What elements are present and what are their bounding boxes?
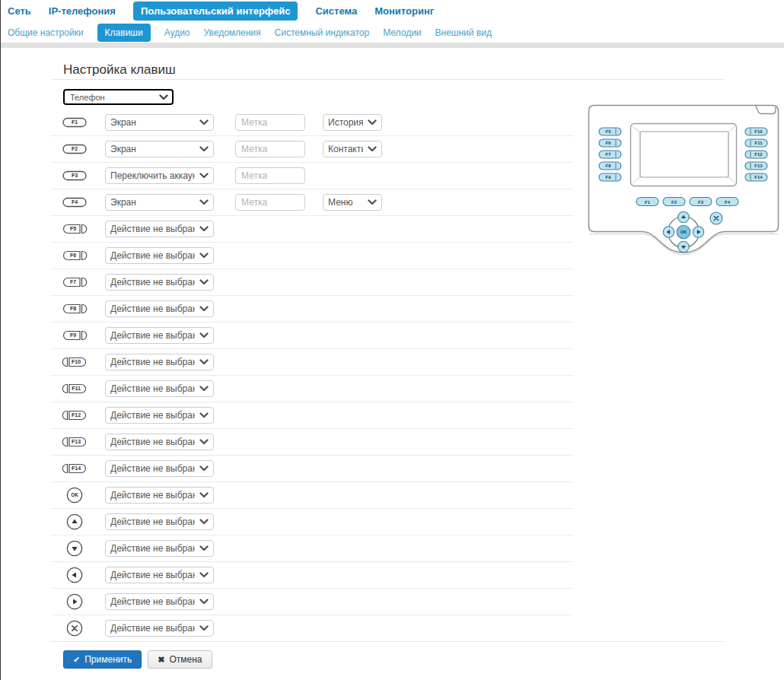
action-select-container: Действие не выбрано	[105, 380, 214, 397]
top-nav-item-ip-телефония[interactable]: IP-телефония	[49, 5, 116, 17]
top-nav-item-система[interactable]: Система	[315, 5, 357, 17]
action-select-F7[interactable]: Действие не выбрано	[105, 274, 214, 291]
phone-nav-down	[678, 241, 689, 252]
action-select-F14[interactable]: Действие не выбрано	[105, 460, 214, 477]
key-row-F11: F11Действие не выбрано	[51, 376, 573, 402]
label-input-F2[interactable]	[235, 141, 305, 157]
sub-nav-item-общие-настройки[interactable]: Общие настройки	[8, 27, 84, 38]
key-rows: F1ЭкранИсторияF2ЭкранКонтактыF3Переключи…	[51, 110, 573, 641]
action-select-F10[interactable]: Действие не выбрано	[105, 354, 214, 370]
phone-key-f2: F2	[663, 198, 685, 206]
action-select-container: Действие не выбрано	[105, 300, 214, 317]
action-select-F2[interactable]: Экран	[105, 141, 214, 157]
action-select-container: Действие не выбрано	[105, 354, 214, 370]
key-row-F2: F2ЭкранКонтакты	[51, 136, 573, 163]
phone-nav-ok: OK	[677, 225, 690, 239]
svg-text:OK: OK	[71, 492, 78, 497]
action-select-up[interactable]: Действие не выбрано	[105, 513, 214, 530]
action-select-left[interactable]: Действие не выбрано	[105, 567, 214, 583]
phone-nav-right	[693, 227, 703, 237]
action-select-F1[interactable]: Экран	[105, 114, 214, 131]
apply-button-label: Применить	[84, 654, 132, 665]
label-input-F1[interactable]	[235, 114, 305, 131]
action-select-ok[interactable]: Действие не выбрано	[105, 487, 214, 504]
key-icon-F2: F2	[62, 141, 105, 157]
phone-key-f12: F12	[745, 151, 767, 158]
sub-nav-item-клавиши[interactable]: Клавиши	[97, 24, 151, 42]
phone-key-f13: F13	[745, 162, 767, 170]
action-select-container: Действие не выбрано	[105, 513, 214, 530]
sub-nav-item-мелодии[interactable]: Мелодии	[383, 27, 421, 38]
svg-text:F13: F13	[754, 164, 763, 168]
key-icon-F7: F7	[62, 274, 105, 291]
mode-select-container: Телефон	[63, 89, 174, 105]
action-select-F4[interactable]: Экран	[105, 194, 214, 211]
cancel-button[interactable]: ✖ Отмена	[148, 650, 212, 669]
svg-text:F12: F12	[754, 152, 763, 157]
label-input-F3[interactable]	[235, 167, 305, 184]
key-row-F1: F1ЭкранИстория	[51, 110, 573, 136]
action-select-cancel[interactable]: Действие не выбрано	[105, 620, 214, 637]
label-input-F4[interactable]	[235, 194, 305, 211]
action-select-F3[interactable]: Переключить аккаунт	[105, 167, 214, 184]
action-select-F9[interactable]: Действие не выбрано	[105, 327, 214, 344]
action-select-container: Экран	[105, 141, 214, 157]
svg-text:F4: F4	[72, 199, 78, 205]
key-icon-F12: F12	[62, 407, 105, 424]
key-icon-F10: F10	[62, 354, 105, 370]
x-icon: ✖	[158, 656, 164, 664]
mode-select[interactable]: Телефон	[63, 89, 174, 105]
key-row-F13: F13Действие не выбрано	[51, 429, 573, 456]
svg-text:F3: F3	[698, 200, 704, 205]
action-select-container: Действие не выбрано	[105, 567, 214, 583]
svg-text:F3: F3	[72, 173, 78, 178]
phone-key-f1: F1	[636, 198, 658, 206]
phone-key-f4: F4	[716, 198, 738, 206]
action-select-F11[interactable]: Действие не выбрано	[105, 380, 214, 397]
key-icon-F8: F8	[62, 300, 105, 317]
action-select-F5[interactable]: Действие не выбрано	[105, 221, 214, 237]
action-select-container: Действие не выбрано	[105, 327, 214, 344]
key-icon-F4: F4	[62, 194, 105, 211]
screen-select-F4[interactable]: Меню	[323, 194, 382, 211]
phone-nav-left	[663, 227, 674, 237]
action-select-container: Действие не выбрано	[105, 620, 214, 637]
top-nav-item-пользовательский-интерфейс[interactable]: Пользовательский интерфейс	[133, 2, 298, 21]
top-nav-item-сеть[interactable]: Сеть	[8, 5, 31, 17]
svg-text:F2: F2	[671, 200, 677, 205]
screen-select-F2[interactable]: Контакты	[323, 141, 382, 157]
sub-nav-item-системный-индикатор[interactable]: Системный индикатор	[275, 27, 370, 38]
action-select-container: Действие не выбрано	[105, 593, 214, 610]
svg-text:F7: F7	[70, 279, 76, 284]
action-select-F8[interactable]: Действие не выбрано	[105, 300, 214, 317]
svg-text:F10: F10	[72, 359, 81, 364]
svg-text:F8: F8	[605, 164, 611, 168]
svg-text:F10: F10	[754, 129, 763, 134]
action-select-F6[interactable]: Действие не выбрано	[105, 247, 214, 264]
action-select-container: Экран	[105, 114, 214, 131]
apply-button[interactable]: ✔ Применить	[63, 650, 142, 669]
action-select-F12[interactable]: Действие не выбрано	[105, 407, 214, 424]
svg-text:F1: F1	[72, 119, 78, 125]
key-row-F7: F7Действие не выбрано	[51, 269, 573, 296]
phone-key-f7: F7	[599, 151, 621, 158]
action-select-container: Действие не выбрано	[105, 434, 214, 450]
screen-select-F1[interactable]: История	[323, 114, 382, 131]
phone-key-f5: F5	[599, 128, 621, 135]
key-icon-F6: F6	[62, 247, 105, 264]
sub-nav-item-уведомления[interactable]: Уведомления	[204, 27, 261, 38]
key-row-up: Действие не выбрано	[51, 509, 573, 535]
action-select-F13[interactable]: Действие не выбрано	[105, 434, 214, 450]
key-row-cancel: Действие не выбрано	[51, 615, 573, 641]
top-nav-item-мониторинг[interactable]: Мониторинг	[374, 5, 434, 17]
phone-key-f11: F11	[745, 139, 767, 147]
sub-nav-item-аудио[interactable]: Аудио	[164, 27, 190, 38]
action-select-down[interactable]: Действие не выбрано	[105, 540, 214, 557]
sub-nav-item-внешний-вид[interactable]: Внешний вид	[435, 27, 492, 38]
key-icon-down	[62, 540, 105, 557]
key-row-F3: F3Переключить аккаунт	[51, 163, 573, 189]
action-select-container: Действие не выбрано	[105, 487, 214, 504]
key-row-F14: F14Действие не выбрано	[51, 456, 573, 482]
svg-text:F6: F6	[70, 253, 76, 258]
action-select-right[interactable]: Действие не выбрано	[105, 593, 214, 610]
